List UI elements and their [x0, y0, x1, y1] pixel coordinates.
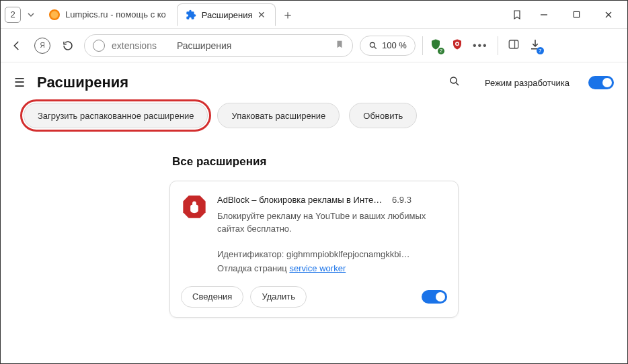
new-tab-button[interactable]: ＋ — [278, 5, 297, 24]
window-minimize-icon[interactable] — [529, 1, 559, 29]
remove-button[interactable]: Удалить — [250, 286, 307, 308]
page-title: Расширения — [37, 74, 128, 91]
back-button[interactable] — [7, 36, 26, 55]
content-scroll-area[interactable]: Все расширения AdBlock – блокировка рекл… — [1, 142, 627, 363]
window-maximize-icon[interactable] — [561, 1, 591, 29]
omnibox-title: Расширения — [177, 40, 231, 51]
shield-badge: 2 — [438, 48, 444, 54]
bookmark-titlebar-icon[interactable] — [508, 5, 526, 24]
svg-point-10 — [450, 77, 457, 83]
protect-shield-icon[interactable]: 2 — [430, 38, 442, 53]
omnibox-host: extensions — [112, 40, 157, 51]
tab-close-icon[interactable]: ✕ — [258, 9, 267, 20]
yandex-home-icon[interactable]: Я — [33, 36, 52, 55]
developer-mode-label: Режим разработчика — [485, 78, 570, 88]
service-worker-link[interactable]: service worker — [289, 263, 346, 273]
tab-label: Lumpics.ru - помощь с ко — [65, 9, 166, 19]
menu-icon[interactable]: ☰ — [14, 75, 25, 90]
extension-card: AdBlock – блокировка рекламы в Интер… 6.… — [169, 181, 459, 318]
sidebar-panel-icon[interactable] — [508, 38, 520, 53]
all-extensions-heading: Все расширения — [172, 155, 459, 169]
reload-button[interactable] — [58, 36, 77, 55]
window-close-icon[interactable] — [594, 1, 623, 29]
bookmark-star-icon[interactable] — [335, 40, 344, 51]
search-icon[interactable] — [448, 75, 461, 91]
load-unpacked-button[interactable]: Загрузить распакованное расширение — [24, 103, 208, 128]
adblock-logo-icon — [181, 193, 208, 220]
omnibox[interactable]: extensions Расширения — [84, 34, 353, 57]
zoom-indicator[interactable]: 100 % — [360, 36, 416, 56]
extension-description: Блокируйте рекламу на YouTube и ваших лю… — [217, 210, 447, 236]
developer-mode-toggle[interactable] — [588, 76, 614, 89]
lumpics-favicon — [49, 9, 60, 20]
extension-id: Идентификатор: gighmmpiobklfepjocnamgkkb… — [217, 248, 412, 261]
extension-debug-line: Отладка страниц service worker — [217, 262, 447, 275]
site-identity-icon — [93, 40, 105, 52]
svg-line-5 — [375, 46, 377, 48]
extension-enable-toggle[interactable] — [422, 290, 447, 304]
tab-lumpics[interactable]: Lumpics.ru - помощь с ко — [41, 3, 174, 26]
tab-extensions[interactable]: Расширения ✕ — [177, 3, 276, 26]
zoom-value: 100 % — [382, 40, 407, 50]
details-button[interactable]: Сведения — [181, 286, 243, 308]
svg-rect-8 — [509, 40, 518, 48]
extension-version: 6.9.3 — [392, 193, 411, 207]
svg-point-4 — [370, 42, 375, 47]
downloads-icon[interactable]: 7 — [529, 38, 541, 53]
toolbar-divider — [498, 36, 498, 55]
ublock-icon[interactable] — [451, 38, 463, 53]
extension-name: AdBlock – блокировка рекламы в Интер… — [217, 193, 385, 207]
debug-prefix: Отладка страниц — [217, 263, 289, 273]
tab-dropdown-icon[interactable] — [24, 7, 38, 23]
downloads-badge: 7 — [537, 47, 544, 54]
pack-extension-button[interactable]: Упаковать расширение — [217, 103, 340, 128]
svg-line-11 — [456, 83, 459, 85]
svg-rect-1 — [574, 11, 579, 17]
update-extensions-button[interactable]: Обновить — [349, 103, 417, 128]
tab-label: Расширения — [202, 10, 253, 20]
more-extensions-icon[interactable]: ••• — [473, 40, 488, 52]
tab-counter[interactable]: 2 — [5, 7, 21, 23]
extension-favicon — [186, 9, 196, 20]
svg-point-7 — [456, 42, 458, 44]
toolbar-divider — [422, 36, 423, 55]
